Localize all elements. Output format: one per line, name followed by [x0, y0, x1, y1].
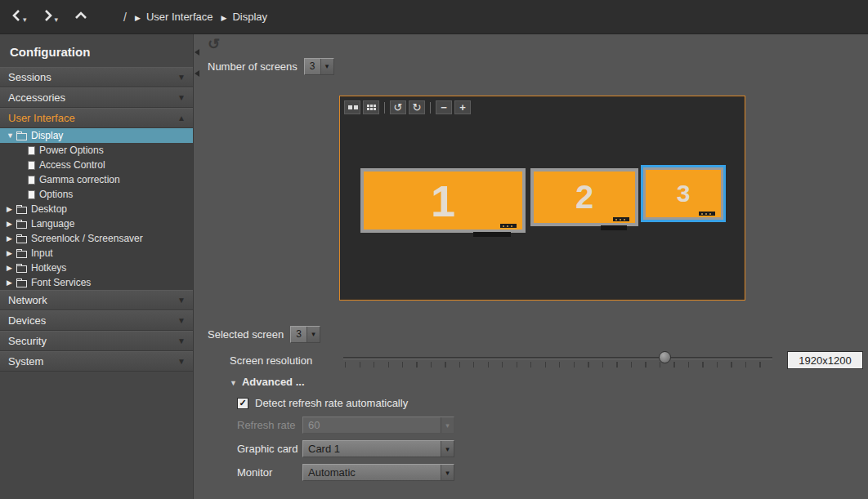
resolution-slider[interactable]: [343, 350, 772, 372]
expander-icon[interactable]: ▶: [7, 205, 16, 213]
section-collapse-arrow-icon: ▼: [177, 296, 186, 305]
tree-item-desktop[interactable]: ▶ Desktop: [0, 202, 193, 216]
dropdown-arrow-icon: [320, 59, 333, 74]
advanced-section-toggle[interactable]: Advanced ...: [230, 376, 305, 388]
back-button[interactable]: [10, 7, 29, 26]
reset-icon[interactable]: [208, 36, 220, 52]
expander-icon[interactable]: ▶: [7, 234, 16, 243]
slider-handle[interactable]: [659, 351, 671, 363]
slider-track[interactable]: [343, 357, 772, 359]
tree-item-font-services[interactable]: ▶ Font Services: [0, 275, 193, 290]
tree-item-access-control[interactable]: Access Control: [0, 158, 193, 172]
monitor-arrangement-panel: 1 2 3: [339, 96, 745, 301]
page-icon: [28, 176, 35, 185]
expander-icon[interactable]: ▼: [7, 131, 16, 140]
sidebar-section-network[interactable]: Network ▼: [0, 290, 193, 310]
section-collapse-arrow-icon: ▲: [177, 114, 186, 123]
section-collapse-arrow-icon: ▼: [177, 316, 186, 325]
sidebar-section-accessories[interactable]: Accessories ▼: [0, 87, 193, 108]
number-of-screens-dropdown[interactable]: 3: [304, 58, 334, 75]
monitor-stand: [473, 232, 511, 237]
refresh-rate-label: Refresh rate: [237, 419, 296, 431]
sidebar-section-sessions[interactable]: Sessions ▼: [0, 67, 193, 87]
screen-1[interactable]: 1: [360, 168, 526, 233]
forward-history-caret-icon[interactable]: [53, 12, 59, 25]
tree-item-screenlock-screensaver[interactable]: ▶ Screenlock / Screensaver: [0, 231, 193, 246]
tree-item-options[interactable]: Options: [0, 187, 193, 202]
folder-icon: [16, 280, 27, 287]
forward-chevron-icon: [43, 9, 53, 25]
screen-3-selected[interactable]: 3: [643, 167, 723, 220]
breadcrumb-root[interactable]: /: [123, 11, 127, 24]
monitor-label: Monitor: [237, 466, 272, 479]
resolution-value-field[interactable]: 1920x1200: [787, 351, 863, 369]
sidebar-collapse-arrow[interactable]: [195, 70, 199, 77]
toolbar-separator: [430, 102, 431, 114]
section-collapse-arrow-icon: ▼: [177, 93, 186, 102]
screen-2[interactable]: 2: [530, 168, 638, 226]
graphic-card-label: Graphic card: [237, 443, 298, 455]
minus-button[interactable]: [436, 100, 452, 114]
tree-item-input[interactable]: ▶ Input: [0, 246, 193, 261]
expander-icon[interactable]: ▶: [7, 264, 16, 272]
dropdown-arrow-icon: [441, 465, 454, 480]
folder-icon: [16, 221, 27, 229]
breadcrumb: / User Interface Display: [123, 11, 267, 24]
sidebar-section-user-interface[interactable]: User Interface ▲: [0, 108, 193, 128]
screen-resolution-label: Screen resolution: [230, 354, 312, 367]
arrange-grid-button[interactable]: [363, 100, 379, 114]
forward-button[interactable]: [42, 7, 60, 26]
dropdown-arrow-icon: [441, 417, 454, 433]
sidebar-section-devices[interactable]: Devices ▼: [0, 310, 193, 331]
screen-number: 3: [677, 180, 691, 207]
plus-button[interactable]: [454, 100, 471, 114]
tree-item-display[interactable]: ▼ Display: [0, 128, 193, 143]
selected-screen-row: Selected screen 3: [208, 325, 320, 343]
expander-icon[interactable]: ▶: [7, 220, 16, 228]
breadcrumb-item-user-interface[interactable]: User Interface: [135, 11, 213, 23]
toolbar-separator: [384, 102, 385, 114]
monitor-dropdown[interactable]: Automatic: [302, 464, 454, 481]
screen-number: 2: [575, 179, 593, 216]
graphic-card-dropdown[interactable]: Card 1: [302, 440, 454, 457]
selected-screen-dropdown[interactable]: 3: [290, 326, 320, 343]
page-icon: [28, 190, 35, 199]
rotate-ccw-button[interactable]: [390, 100, 406, 114]
back-chevron-icon: [11, 9, 21, 25]
folder-icon: [16, 207, 27, 214]
screen-number: 1: [431, 176, 455, 226]
page-icon: [28, 161, 35, 170]
monitor-buttons-icon: [613, 217, 629, 221]
advanced-expander-icon: [230, 376, 237, 388]
slider-ticks: [345, 362, 772, 368]
folder-icon: [16, 265, 27, 273]
sidebar-section-system[interactable]: System ▼: [0, 351, 193, 372]
tree-item-power-options[interactable]: Power Options: [0, 143, 193, 158]
dropdown-arrow-icon: [441, 441, 454, 457]
number-of-screens-row: Number of screens 3: [208, 57, 334, 75]
refresh-rate-dropdown: 60: [302, 417, 454, 434]
sidebar-section-security[interactable]: Security ▼: [0, 331, 193, 351]
breadcrumb-arrow-icon: [135, 11, 141, 23]
folder-icon: [16, 133, 27, 140]
up-chevron-icon: [74, 11, 87, 23]
tree-item-language[interactable]: ▶ Language: [0, 216, 193, 231]
expander-icon[interactable]: ▶: [7, 249, 16, 257]
dropdown-arrow-icon: [306, 327, 320, 342]
tree-item-hotkeys[interactable]: ▶ Hotkeys: [0, 261, 193, 275]
breadcrumb-item-display[interactable]: Display: [221, 11, 268, 23]
folder-icon: [16, 251, 27, 258]
expander-icon[interactable]: ▶: [7, 278, 16, 287]
sidebar-collapse-arrow[interactable]: [195, 49, 199, 56]
arrange-horizontal-button[interactable]: [344, 100, 360, 114]
display-settings-panel: Number of screens 3 1 2 3: [194, 34, 868, 499]
up-button[interactable]: [73, 9, 89, 25]
section-collapse-arrow-icon: ▼: [177, 336, 186, 345]
section-collapse-arrow-icon: ▼: [177, 357, 186, 366]
detect-refresh-checkbox[interactable]: [237, 398, 248, 409]
rotate-cw-button[interactable]: [409, 100, 425, 114]
tree-item-gamma-correction[interactable]: Gamma correction: [0, 172, 193, 187]
selected-screen-label: Selected screen: [208, 328, 284, 341]
detect-refresh-row: Detect refresh rate automatically: [237, 397, 408, 409]
back-history-caret-icon[interactable]: [21, 12, 27, 25]
